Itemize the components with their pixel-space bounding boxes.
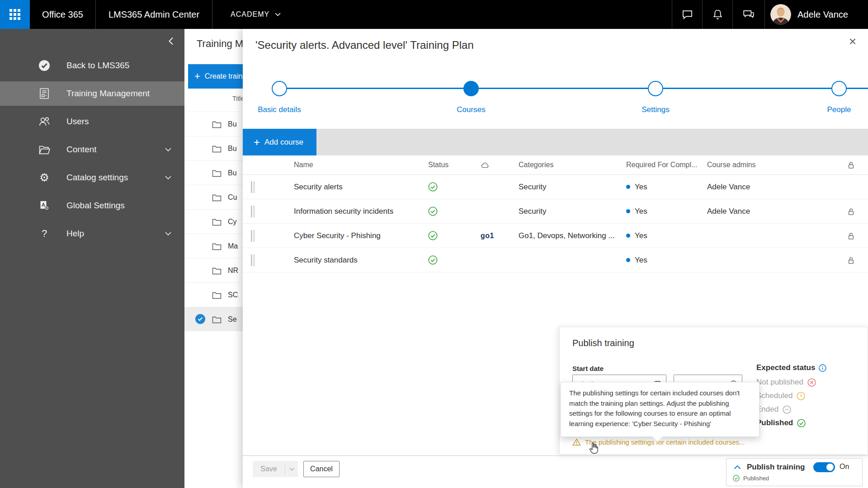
chevron-down-icon[interactable] [285,468,298,471]
step-label: Courses [430,105,512,114]
column-required[interactable]: Required For Compl... [626,161,707,169]
sidebar-item-users[interactable]: Users [0,109,184,134]
sidebar-item-global-settings[interactable]: A Global Settings [0,193,184,218]
step-people[interactable]: People [798,81,868,114]
plus-icon: + [194,70,200,82]
office365-home-link[interactable]: Office 365 [30,0,95,29]
selected-check-icon [195,314,205,324]
list-item[interactable]: Cy [184,209,243,234]
waffle-icon [9,9,20,20]
sidebar-item-catalog-settings[interactable]: ⚙ Catalog settings [0,165,184,190]
chevron-down-icon [165,232,171,236]
list-item[interactable]: SC [184,282,243,307]
folder-icon [212,120,222,128]
cancel-button[interactable]: Cancel [303,461,340,477]
sidebar-item-help[interactable]: ? Help [0,221,184,246]
course-row[interactable]: Security standards Yes [243,248,868,272]
people-icon [38,116,51,127]
publishing-warning-tooltip: The publishing settings for certain incl… [561,382,760,437]
column-status[interactable]: Status [428,161,481,169]
step-circle [648,81,663,96]
add-course-label: Add course [264,138,303,147]
create-training-plan-button[interactable]: + Create training plan [188,64,243,89]
courses-table: Name Status Categories Required For Comp… [243,155,868,272]
sidebar-item-training-management[interactable]: Training Management [0,81,184,106]
training-list: Bu Bu Bu Cu Cy Ma [184,112,243,331]
folder-icon [212,218,222,226]
status-ended: Ended [756,404,791,415]
publish-training-toggle-label[interactable]: Publish training [747,463,805,472]
status-published: Published [756,417,806,429]
account-button[interactable]: Adele Vance [764,0,856,29]
folder-icon [38,145,51,155]
column-categories[interactable]: Categories [519,161,626,169]
sidebar-item-back-to-lms365[interactable]: Back to LMS365 [0,53,184,78]
course-row[interactable]: Information security incidents Security … [243,199,868,224]
drag-handle[interactable] [251,230,294,242]
list-item[interactable]: Ma [184,234,243,258]
step-circle [463,81,479,96]
list-item[interactable]: NR [184,258,243,282]
status-published-icon [428,206,481,216]
app-launcher-button[interactable] [0,0,30,29]
required-value: Yes [635,256,647,265]
sidebar-item-content[interactable]: Content [0,137,184,162]
step-courses[interactable]: Courses [430,81,512,114]
column-name[interactable]: Name [294,161,428,169]
chevron-down-icon [275,13,281,16]
close-icon[interactable]: × [849,35,856,48]
save-button[interactable]: Save [253,461,298,477]
drag-handle[interactable] [251,206,294,217]
step-basic-details[interactable]: Basic details [239,81,320,114]
required-value: Yes [635,207,647,216]
lock-icon [847,256,868,265]
step-circle [831,81,847,96]
screen: Office 365 LMS365 Admin Center ACADEMY [0,0,868,488]
svg-text:A: A [42,202,45,207]
list-item-selected[interactable]: Se [184,307,243,331]
global-settings-icon: A [38,200,51,211]
required-dot [626,258,630,262]
list-item[interactable]: Bu [184,112,243,136]
list-item[interactable]: Cu [184,185,243,209]
dialog-title: 'Security alerts. Advanced level' Traini… [255,39,474,52]
list-item[interactable]: Bu [184,160,243,185]
chevron-up-icon[interactable] [734,465,741,469]
feedback-button[interactable] [732,0,764,29]
avatar [770,4,791,25]
drag-handle[interactable] [251,181,294,193]
sidebar-item-label: Content [66,145,97,155]
list-item[interactable]: Bu [184,136,243,160]
folder-icon [212,267,222,275]
step-settings[interactable]: Settings [615,81,696,114]
status-scheduled: Scheduled [756,390,805,402]
circle-check-icon [797,419,806,427]
start-date-label: Start date [572,365,604,372]
tenant-selector[interactable]: ACADEMY [212,0,281,29]
add-course-button[interactable]: + Add course [243,129,316,155]
publish-panel-title: Publish training [572,338,634,348]
sidebar-item-label: Catalog settings [66,173,128,183]
info-icon[interactable] [819,364,826,372]
notifications-button[interactable] [702,0,732,29]
tenant-name: ACADEMY [231,10,269,19]
course-admins: Adele Vance [707,207,847,216]
lock-icon [847,207,868,216]
course-categories: Go1, Devops, Networking ... [519,231,626,240]
folder-icon [212,193,222,202]
drag-handle[interactable] [251,254,294,266]
status-published-icon [428,231,481,240]
table-header: Name Status Categories Required For Comp… [243,155,868,175]
course-row[interactable]: Security alerts Security Yes Adele Vance [243,175,868,199]
chat-button[interactable] [672,0,702,29]
topbar-actions: Adele Vance [672,0,856,29]
folder-icon [212,242,222,250]
publish-toggle[interactable] [813,462,835,472]
course-row[interactable]: Cyber Security - Phishing go1 Go1, Devop… [243,224,868,248]
sidebar-collapse-button[interactable] [168,37,174,45]
circle-x-icon [807,378,816,387]
folder-icon [212,145,222,153]
toggle-state-label: On [840,463,849,471]
column-course-admins[interactable]: Course admins [707,161,847,169]
help-icon: ? [38,229,51,239]
